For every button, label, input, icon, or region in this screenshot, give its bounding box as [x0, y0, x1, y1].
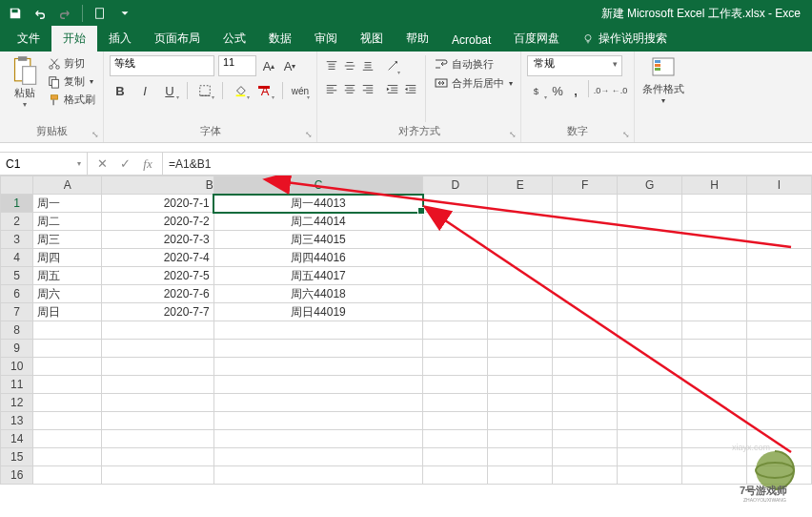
- cell-E15[interactable]: [488, 448, 553, 466]
- cell-C12[interactable]: [213, 394, 423, 412]
- row-header-1[interactable]: 1: [1, 195, 33, 213]
- cancel-formula-button[interactable]: ✕: [91, 155, 112, 174]
- cell-H3[interactable]: [682, 231, 747, 249]
- align-left-button[interactable]: [323, 78, 340, 99]
- cell-F4[interactable]: [553, 249, 618, 267]
- font-name-select[interactable]: 等线: [110, 55, 214, 76]
- copy-button[interactable]: 复制▾: [46, 73, 97, 90]
- cell-I7[interactable]: [747, 303, 812, 321]
- cell-E16[interactable]: [488, 466, 553, 485]
- cell-I3[interactable]: [747, 231, 812, 249]
- cell-C9[interactable]: [213, 340, 423, 358]
- decrease-decimal-button[interactable]: ←.0: [611, 80, 628, 101]
- qat-dropdown[interactable]: [113, 3, 136, 24]
- cell-A15[interactable]: [33, 448, 102, 466]
- cell-F3[interactable]: [553, 231, 618, 249]
- align-center-button[interactable]: [341, 78, 358, 99]
- cell-B11[interactable]: [102, 376, 213, 394]
- cell-A4[interactable]: 周四: [33, 249, 102, 267]
- cell-C14[interactable]: [213, 430, 423, 448]
- cell-G13[interactable]: [618, 412, 682, 430]
- cell-C1[interactable]: 周一44013: [213, 195, 423, 213]
- clipboard-launcher[interactable]: ⤡: [90, 129, 101, 140]
- cell-F12[interactable]: [553, 394, 618, 412]
- cell-B2[interactable]: 2020-7-2: [102, 213, 213, 231]
- cell-G14[interactable]: [618, 430, 682, 448]
- merge-center-button[interactable]: 合并后居中▾: [432, 74, 515, 92]
- col-header-B[interactable]: B: [102, 176, 213, 195]
- cell-E6[interactable]: [488, 285, 553, 303]
- cell-E10[interactable]: [488, 358, 553, 376]
- cell-B1[interactable]: 2020-7-1: [102, 195, 213, 213]
- row-header-11[interactable]: 11: [1, 376, 33, 394]
- cell-B15[interactable]: [102, 448, 213, 466]
- wrap-text-button[interactable]: 自动换行: [432, 55, 515, 72]
- cell-I16[interactable]: [747, 466, 812, 485]
- row-header-10[interactable]: 10: [1, 358, 33, 376]
- tell-me-search[interactable]: 操作说明搜索: [571, 26, 679, 52]
- cell-A6[interactable]: 周六: [33, 285, 102, 303]
- cell-F7[interactable]: [553, 303, 618, 321]
- row-header-14[interactable]: 14: [1, 430, 33, 448]
- cell-F2[interactable]: [553, 213, 618, 231]
- cut-button[interactable]: 剪切: [46, 55, 97, 72]
- cell-H15[interactable]: [682, 448, 747, 466]
- cell-B5[interactable]: 2020-7-5: [102, 267, 213, 285]
- number-format-select[interactable]: 常规: [527, 55, 622, 76]
- cell-D6[interactable]: [423, 285, 488, 303]
- insert-function-button[interactable]: fx: [137, 155, 158, 174]
- col-header-F[interactable]: F: [553, 176, 618, 195]
- tab-help[interactable]: 帮助: [395, 26, 440, 52]
- paste-button[interactable]: 粘贴 ▾: [6, 55, 44, 122]
- cell-G10[interactable]: [618, 358, 682, 376]
- cell-E8[interactable]: [488, 321, 553, 340]
- cell-A16[interactable]: [33, 466, 102, 485]
- cell-A10[interactable]: [33, 358, 102, 376]
- phonetic-button[interactable]: wén▾: [290, 80, 311, 101]
- cell-E13[interactable]: [488, 412, 553, 430]
- cell-I12[interactable]: [747, 394, 812, 412]
- cell-H14[interactable]: [682, 430, 747, 448]
- cell-B14[interactable]: [102, 430, 213, 448]
- col-header-I[interactable]: I: [747, 176, 812, 195]
- fill-color-button[interactable]: ▾: [230, 80, 251, 101]
- tab-acrobat[interactable]: Acrobat: [440, 29, 502, 52]
- cell-H9[interactable]: [682, 340, 747, 358]
- cell-G12[interactable]: [618, 394, 682, 412]
- cell-C2[interactable]: 周二44014: [213, 213, 423, 231]
- cell-B9[interactable]: [102, 340, 213, 358]
- increase-decimal-button[interactable]: .0→: [593, 80, 610, 101]
- cell-H4[interactable]: [682, 249, 747, 267]
- cell-E12[interactable]: [488, 394, 553, 412]
- cell-C16[interactable]: [213, 466, 423, 485]
- cell-D8[interactable]: [423, 321, 488, 340]
- italic-button[interactable]: I: [134, 80, 155, 101]
- cell-D11[interactable]: [423, 376, 488, 394]
- col-header-A[interactable]: A: [33, 176, 102, 195]
- cell-C15[interactable]: [213, 448, 423, 466]
- cell-D7[interactable]: [423, 303, 488, 321]
- cell-G15[interactable]: [618, 448, 682, 466]
- cell-D15[interactable]: [423, 448, 488, 466]
- cell-E11[interactable]: [488, 376, 553, 394]
- cell-G4[interactable]: [618, 249, 682, 267]
- align-right-button[interactable]: [359, 78, 376, 99]
- increase-indent-button[interactable]: [402, 78, 419, 99]
- cell-G16[interactable]: [618, 466, 682, 485]
- number-launcher[interactable]: ⤡: [620, 129, 632, 140]
- tab-file[interactable]: 文件: [6, 26, 51, 52]
- cell-I2[interactable]: [747, 213, 812, 231]
- font-launcher[interactable]: ⤡: [303, 129, 315, 140]
- cell-F16[interactable]: [553, 466, 618, 485]
- cell-I10[interactable]: [747, 358, 812, 376]
- tab-review[interactable]: 审阅: [303, 26, 349, 52]
- select-all-corner[interactable]: [1, 176, 33, 195]
- conditional-format-button[interactable]: 条件格式 ▾: [640, 55, 686, 105]
- cell-H10[interactable]: [682, 358, 747, 376]
- cell-C5[interactable]: 周五44017: [213, 267, 423, 285]
- cell-D9[interactable]: [423, 340, 488, 358]
- cell-F6[interactable]: [553, 285, 618, 303]
- cell-I4[interactable]: [747, 249, 812, 267]
- cell-F5[interactable]: [553, 267, 618, 285]
- cell-G7[interactable]: [618, 303, 682, 321]
